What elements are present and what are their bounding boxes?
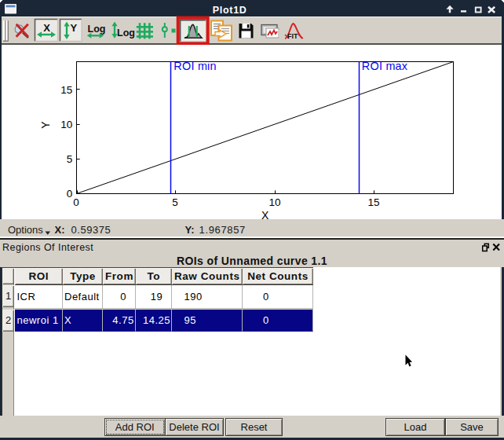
svg-text:X: X	[261, 209, 269, 220]
svg-text:10: 10	[60, 119, 72, 130]
svg-text:FIT: FIT	[287, 32, 298, 40]
svg-text:X: X	[43, 22, 50, 34]
svg-text:Log: Log	[88, 24, 106, 35]
svg-text:15: 15	[367, 196, 379, 208]
svg-text:15: 15	[60, 84, 72, 96]
svg-text:5: 5	[67, 153, 73, 165]
svg-text:5: 5	[172, 196, 178, 208]
svg-text:Y: Y	[39, 121, 52, 129]
svg-text:Y: Y	[70, 22, 77, 34]
svg-text:10: 10	[268, 196, 280, 208]
svg-text:Plot1D: Plot1D	[213, 5, 247, 16]
svg-text:Log: Log	[117, 28, 135, 38]
svg-text:ROI min: ROI min	[173, 60, 217, 72]
svg-text:ROI max: ROI max	[362, 60, 408, 72]
svg-text:0: 0	[73, 196, 79, 208]
svg-text:0: 0	[67, 188, 73, 200]
